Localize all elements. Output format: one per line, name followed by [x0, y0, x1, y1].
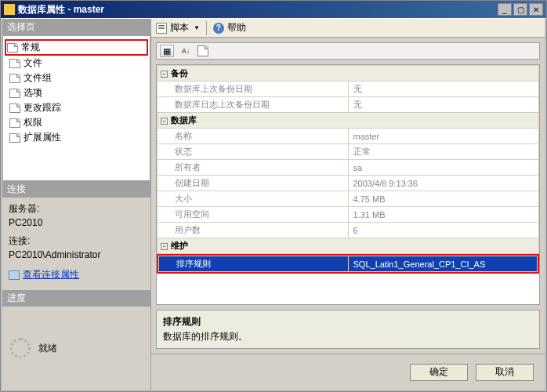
collapse-icon[interactable]: - [161, 118, 168, 125]
category-database: 数据库 [171, 115, 197, 125]
prop-label: 所有者 [158, 160, 349, 176]
property-toolbar: ▦ A↓ [156, 42, 540, 60]
close-button[interactable]: ✕ [529, 3, 543, 16]
prop-value: 6 [348, 223, 539, 238]
page-icon [9, 133, 20, 143]
prop-value: 正常 [348, 144, 539, 160]
page-icon [9, 59, 20, 68]
ok-button[interactable]: 确定 [410, 364, 468, 381]
category-backup: 备份 [171, 68, 188, 78]
prop-label: 可用空间 [158, 207, 349, 223]
page-options[interactable]: 选项 [6, 85, 147, 100]
select-pages-header: 选择页 [2, 19, 150, 35]
script-icon [156, 23, 167, 34]
prop-value: master [348, 129, 539, 144]
prop-label: 用户数 [158, 223, 349, 238]
link-icon [9, 270, 20, 280]
page-icon [7, 43, 18, 53]
prop-label: 状态 [158, 144, 349, 160]
collapse-icon[interactable]: - [161, 243, 168, 250]
page-icon [9, 74, 20, 83]
category-maintenance: 维护 [171, 241, 188, 250]
connection-value: PC2010\Administrator [9, 249, 144, 260]
description-text: 数据库的排序规则。 [163, 330, 533, 343]
script-dropdown-icon[interactable]: ▼ [194, 24, 200, 31]
page-filegroups[interactable]: 文件组 [6, 71, 147, 85]
progress-header: 进度 [2, 290, 150, 307]
property-grid[interactable]: -备份 数据库上次备份日期无 数据库日志上次备份日期无 -数据库 名称maste… [156, 64, 540, 305]
page-permissions[interactable]: 权限 [6, 115, 147, 130]
server-label: 服务器: [9, 202, 144, 216]
prop-value: 无 [348, 97, 539, 113]
window-title: 数据库属性 - master [18, 3, 498, 16]
connection-label: 连接: [9, 234, 144, 248]
page-general[interactable]: 常规 [5, 39, 148, 56]
window-icon [4, 4, 15, 15]
categorized-button[interactable]: ▦ [160, 45, 174, 57]
page-changetracking[interactable]: 更改跟踪 [6, 100, 147, 115]
prop-label: 数据库日志上次备份日期 [158, 97, 349, 113]
prop-label: 名称 [158, 129, 349, 144]
minimize-button[interactable]: _ [498, 3, 512, 16]
collapse-icon[interactable]: - [161, 71, 168, 78]
prop-label: 创建日期 [158, 176, 349, 191]
alphabetical-button[interactable]: A↓ [179, 45, 193, 57]
help-icon: ? [213, 23, 224, 34]
progress-spinner-icon [10, 338, 31, 358]
page-files[interactable]: 文件 [6, 56, 147, 71]
toolbar: 脚本 ▼ ? 帮助 [151, 19, 545, 38]
prop-value: 1.31 MB [348, 207, 539, 223]
prop-value: 无 [348, 82, 539, 97]
description-title: 排序规则 [163, 315, 533, 328]
page-icon [9, 89, 20, 98]
description-box: 排序规则 数据库的排序规则。 [156, 310, 540, 349]
connection-header: 连接 [2, 181, 150, 198]
prop-value: 4.75 MB [348, 191, 539, 207]
prop-value: 2003/4/8 9:13:36 [348, 176, 539, 191]
properties-icon[interactable] [197, 45, 208, 56]
prop-label: 大小 [158, 191, 349, 207]
page-icon [9, 118, 20, 128]
prop-value: sa [348, 160, 539, 176]
page-icon [9, 103, 20, 113]
prop-label: 数据库上次备份日期 [158, 82, 349, 97]
highlight-collation-row: 排序规则SQL_Latin1_General_CP1_CI_AS [157, 254, 539, 274]
toolbar-separator [206, 21, 207, 35]
prop-value-collation[interactable]: SQL_Latin1_General_CP1_CI_AS [348, 256, 538, 272]
view-connection-properties-link[interactable]: 查看连接属性 [23, 269, 79, 280]
help-button[interactable]: 帮助 [227, 21, 246, 34]
page-ext-properties[interactable]: 扩展属性 [6, 130, 147, 145]
restore-button[interactable]: ▢ [513, 3, 527, 16]
progress-status: 就绪 [38, 342, 57, 355]
cancel-button[interactable]: 取消 [476, 364, 534, 381]
server-value: PC2010 [9, 217, 144, 228]
script-button[interactable]: 脚本 [170, 21, 189, 34]
title-bar: 数据库属性 - master _ ▢ ✕ [1, 1, 546, 18]
prop-label-collation[interactable]: 排序规则 [159, 256, 349, 272]
